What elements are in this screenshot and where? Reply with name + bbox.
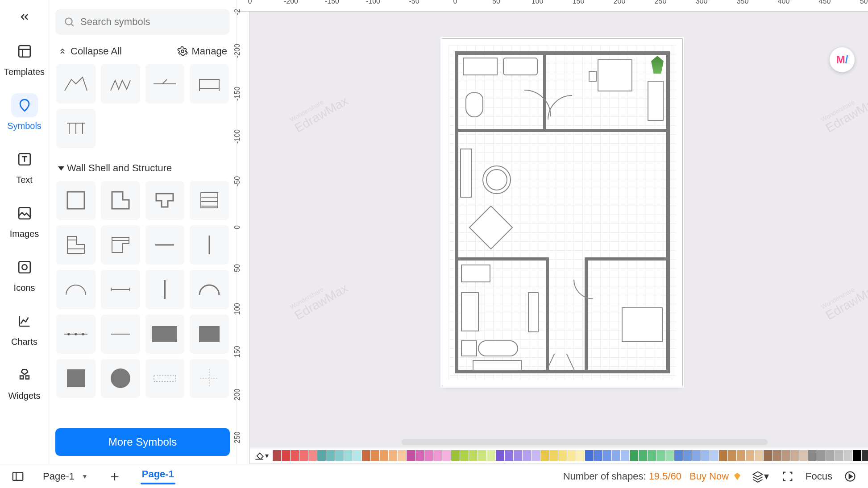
symbol-tile[interactable] [101, 181, 140, 220]
symbol-tile[interactable] [56, 270, 96, 309]
color-swatch[interactable] [291, 450, 299, 461]
symbols-scroll[interactable]: Wall Shell and Structure [55, 62, 230, 425]
symbol-tile[interactable] [190, 64, 229, 103]
color-swatch[interactable] [389, 450, 397, 461]
color-swatch[interactable] [442, 450, 451, 461]
color-swatch[interactable] [433, 450, 442, 461]
symbol-tile[interactable] [145, 64, 185, 103]
color-swatch[interactable] [844, 450, 852, 461]
symbol-tile[interactable] [190, 270, 229, 309]
collapse-rail-button[interactable] [15, 7, 34, 27]
collapse-all-button[interactable]: Collapse All [58, 45, 122, 57]
rail-item-templates[interactable]: Templates [0, 36, 49, 81]
color-swatch[interactable] [344, 450, 353, 461]
color-swatch[interactable] [505, 450, 513, 461]
color-swatch[interactable] [496, 450, 504, 461]
color-swatch[interactable] [755, 450, 763, 461]
page-selector[interactable]: Page-1 ▼ [36, 471, 95, 482]
color-swatch[interactable] [710, 450, 718, 461]
brand-badge[interactable]: M/ [830, 47, 855, 72]
search-input[interactable] [80, 16, 222, 28]
color-swatch[interactable] [424, 450, 433, 461]
color-swatch[interactable] [639, 450, 647, 461]
symbol-tile[interactable] [101, 359, 140, 398]
color-swatch[interactable] [808, 450, 817, 461]
color-swatch[interactable] [665, 450, 674, 461]
color-swatch[interactable] [460, 450, 469, 461]
symbol-tile[interactable] [190, 359, 229, 398]
symbol-tile[interactable] [190, 181, 229, 220]
color-swatch[interactable] [532, 450, 540, 461]
more-symbols-button[interactable]: More Symbols [55, 428, 230, 456]
symbol-tile[interactable] [56, 359, 96, 398]
symbol-tile[interactable] [101, 64, 140, 103]
focus-button[interactable] [778, 467, 797, 486]
symbol-tile[interactable] [56, 225, 96, 265]
symbol-tile[interactable] [56, 64, 96, 103]
present-button[interactable] [840, 467, 860, 486]
fill-tool[interactable]: ▾ [253, 449, 269, 462]
symbol-tile[interactable] [101, 270, 140, 309]
color-swatch[interactable] [335, 450, 344, 461]
panel-toggle-button[interactable] [8, 467, 28, 486]
page-tab-active[interactable]: Page-1 [134, 468, 182, 484]
color-swatch[interactable] [719, 450, 727, 461]
color-swatch[interactable] [674, 450, 683, 461]
symbol-tile[interactable] [101, 225, 140, 265]
symbol-tile[interactable] [56, 181, 96, 220]
symbol-tile[interactable] [145, 314, 185, 354]
color-swatch[interactable] [656, 450, 665, 461]
symbol-tile[interactable] [145, 359, 185, 398]
color-swatch[interactable] [781, 450, 790, 461]
canvas-h-scrollbar[interactable] [402, 439, 768, 445]
color-swatch[interactable] [362, 450, 370, 461]
color-swatch[interactable] [790, 450, 799, 461]
color-swatch[interactable] [407, 450, 415, 461]
color-swatch[interactable] [308, 450, 317, 461]
color-swatch[interactable] [764, 450, 772, 461]
symbol-tile[interactable] [56, 109, 96, 148]
color-swatch[interactable] [549, 450, 558, 461]
color-swatch[interactable] [380, 450, 388, 461]
color-swatch[interactable] [817, 450, 826, 461]
color-swatch[interactable] [558, 450, 567, 461]
rail-item-symbols[interactable]: Symbols [0, 90, 49, 135]
color-swatch[interactable] [799, 450, 808, 461]
color-swatch[interactable] [317, 450, 326, 461]
color-swatch[interactable] [648, 450, 656, 461]
color-swatch[interactable] [862, 450, 868, 461]
rail-item-text[interactable]: Text [0, 144, 49, 189]
focus-label[interactable]: Focus [806, 471, 832, 482]
color-swatch[interactable] [728, 450, 736, 461]
symbol-tile[interactable] [190, 314, 229, 354]
color-swatch[interactable] [371, 450, 379, 461]
rail-item-images[interactable]: Images [0, 198, 49, 243]
rail-item-charts[interactable]: Charts [0, 306, 49, 351]
color-swatch[interactable] [692, 450, 701, 461]
color-swatch[interactable] [469, 450, 478, 461]
symbol-tile[interactable] [145, 181, 185, 220]
color-swatch[interactable] [282, 450, 290, 461]
color-swatch[interactable] [594, 450, 602, 461]
category-header[interactable]: Wall Shell and Structure [56, 157, 229, 181]
color-swatch[interactable] [746, 450, 754, 461]
symbol-tile[interactable] [190, 225, 229, 265]
color-swatch[interactable] [478, 450, 486, 461]
color-swatch[interactable] [603, 450, 611, 461]
color-swatch[interactable] [398, 450, 406, 461]
color-swatch[interactable] [683, 450, 692, 461]
color-swatch[interactable] [514, 450, 522, 461]
canvas[interactable]: WondershareEdrawMax WondershareEdrawMax … [250, 12, 868, 464]
color-swatch[interactable] [523, 450, 531, 461]
manage-button[interactable]: Manage [177, 45, 227, 57]
color-swatch[interactable] [835, 450, 843, 461]
color-swatch[interactable] [567, 450, 576, 461]
color-swatch[interactable] [576, 450, 585, 461]
color-swatch[interactable] [299, 450, 308, 461]
color-swatch[interactable] [353, 450, 361, 461]
color-swatch[interactable] [737, 450, 745, 461]
color-swatch[interactable] [273, 450, 281, 461]
color-swatch[interactable] [701, 450, 710, 461]
color-swatch[interactable] [585, 450, 594, 461]
rail-item-icons[interactable]: Icons [0, 252, 49, 297]
